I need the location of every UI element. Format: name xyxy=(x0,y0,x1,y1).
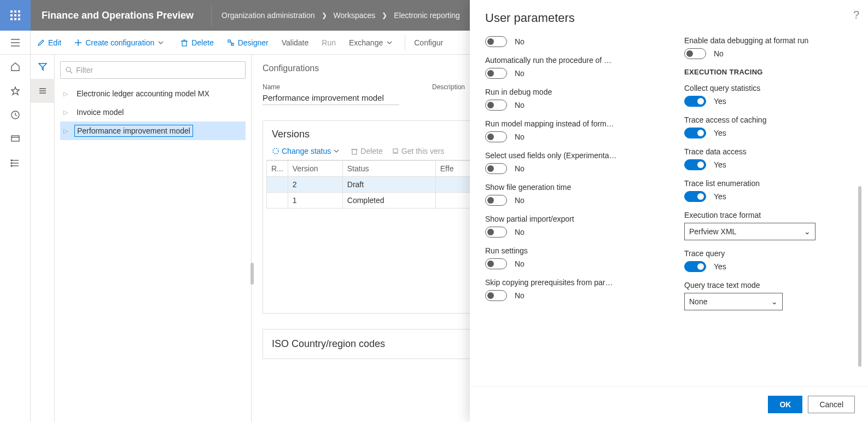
svg-rect-7 xyxy=(14,18,16,20)
toggle[interactable] xyxy=(485,290,507,301)
expand-icon[interactable]: ▷ xyxy=(63,128,74,135)
section-title: ISO Country/region codes xyxy=(272,338,385,349)
scrollbar-thumb[interactable] xyxy=(858,186,861,367)
toggle-value: No xyxy=(515,196,525,205)
chevron-down-icon xyxy=(386,39,393,46)
svg-rect-1 xyxy=(14,10,16,13)
toggle-value: No xyxy=(515,164,525,173)
separator xyxy=(405,35,405,50)
toggle[interactable] xyxy=(684,261,706,272)
toggle-value: No xyxy=(515,132,525,141)
parameter-label: Trace query xyxy=(684,249,853,258)
ok-button[interactable]: OK xyxy=(768,396,802,413)
tree-item[interactable]: ▷Performance improvement model xyxy=(60,122,246,140)
toggle[interactable] xyxy=(485,195,507,206)
nav-toggle-button[interactable] xyxy=(0,31,31,55)
parameter-group: Trace data accessYes xyxy=(684,147,853,170)
toggle-value: Yes xyxy=(714,192,726,201)
workspaces-icon[interactable] xyxy=(0,127,31,151)
expand-icon[interactable]: ▷ xyxy=(63,109,74,116)
col-header[interactable]: Status xyxy=(342,161,435,177)
toggle[interactable] xyxy=(485,258,507,269)
svg-point-34 xyxy=(66,67,71,72)
parameter-label: Trace access of caching xyxy=(684,115,853,124)
modules-icon[interactable] xyxy=(0,151,31,175)
breadcrumb-item[interactable]: Workspaces xyxy=(330,11,379,20)
section-subhead: EXECUTION TRACING xyxy=(684,68,853,76)
list-view-icon[interactable] xyxy=(31,79,55,103)
app-launcher-button[interactable] xyxy=(0,0,31,31)
filter-icon[interactable] xyxy=(31,55,55,79)
search-icon xyxy=(65,66,73,74)
toggle[interactable] xyxy=(485,36,507,47)
separator xyxy=(211,4,212,26)
chevron-down-icon: ⌄ xyxy=(804,227,811,236)
svg-point-27 xyxy=(11,160,12,161)
name-field[interactable]: Performance improvement model xyxy=(263,91,399,105)
toggle[interactable] xyxy=(684,159,706,170)
parameter-label: Automatically run the procedure of … xyxy=(485,56,654,65)
exchange-button[interactable]: Exchange xyxy=(342,31,403,55)
flyout-title: User parameters xyxy=(485,11,853,25)
toggle[interactable] xyxy=(485,100,507,111)
toggle[interactable] xyxy=(684,191,706,202)
parameter-label: Show partial import/export xyxy=(485,215,654,223)
tree-item[interactable]: ▷Electronic ledger accounting model MX xyxy=(60,84,246,103)
toggle[interactable] xyxy=(684,48,706,59)
svg-rect-3 xyxy=(10,14,13,16)
nav-rail xyxy=(0,55,31,422)
chevron-down-icon xyxy=(158,39,164,46)
favorites-icon[interactable] xyxy=(0,79,31,103)
col-header[interactable]: R... xyxy=(267,161,288,177)
filter-input[interactable]: Filter xyxy=(60,61,246,79)
create-configuration-button[interactable]: Create configuration xyxy=(68,31,174,55)
run-button: Run xyxy=(315,31,342,55)
plus-icon xyxy=(74,39,82,47)
svg-rect-5 xyxy=(18,14,20,16)
breadcrumb-item[interactable]: Organization administration xyxy=(218,11,318,20)
svg-rect-0 xyxy=(10,10,13,13)
help-icon[interactable]: ? xyxy=(853,9,859,21)
toggle[interactable] xyxy=(485,227,507,238)
tree-item-label: Electronic ledger accounting model MX xyxy=(74,88,212,99)
configurations-button[interactable]: Configur xyxy=(407,31,450,55)
designer-button[interactable]: Designer xyxy=(220,31,275,55)
expand-icon[interactable]: ▷ xyxy=(63,90,74,97)
delete-button[interactable]: Delete xyxy=(174,31,220,55)
parameter-group: Show partial import/exportNo xyxy=(485,215,654,238)
trace-format-select[interactable]: Perfview XML⌄ xyxy=(684,223,815,240)
svg-point-36 xyxy=(273,148,278,154)
toggle-value: No xyxy=(515,37,525,46)
trash-icon xyxy=(351,147,358,155)
tree-panel: Filter ▷Electronic ledger accounting mod… xyxy=(55,55,252,422)
svg-marker-20 xyxy=(11,87,19,95)
pencil-icon xyxy=(37,39,45,47)
cancel-button[interactable]: Cancel xyxy=(808,396,855,413)
col-header[interactable]: Version xyxy=(288,161,342,177)
breadcrumb-item[interactable]: Electronic reporting xyxy=(391,11,463,20)
parameter-label: Trace list enumeration xyxy=(684,179,853,188)
svg-rect-8 xyxy=(18,18,20,20)
parameter-label: Enable data debugging at format run xyxy=(684,36,853,45)
toggle[interactable] xyxy=(684,96,706,107)
toggle[interactable] xyxy=(485,68,507,79)
resize-handle[interactable] xyxy=(251,263,254,285)
toggle[interactable] xyxy=(684,128,706,138)
home-icon[interactable] xyxy=(0,55,31,79)
svg-rect-14 xyxy=(182,41,187,46)
version-delete-button: Delete xyxy=(351,147,382,155)
validate-button[interactable]: Validate xyxy=(275,31,316,55)
toggle[interactable] xyxy=(485,131,507,142)
tree-item[interactable]: ▷Invoice model xyxy=(60,103,246,122)
toggle[interactable] xyxy=(485,163,507,174)
svg-rect-2 xyxy=(18,10,20,13)
tree-item-label: Performance improvement model xyxy=(74,125,193,137)
hamburger-icon xyxy=(11,39,20,47)
toggle-value: No xyxy=(515,69,525,78)
change-status-button[interactable]: Change status xyxy=(272,147,342,155)
edit-button[interactable]: Edit xyxy=(31,31,68,55)
parameter-group: Skip copying prerequisites from par…No xyxy=(485,278,654,301)
query-mode-select[interactable]: None⌄ xyxy=(684,293,783,310)
recent-icon[interactable] xyxy=(0,103,31,127)
toggle-value: No xyxy=(714,49,724,58)
